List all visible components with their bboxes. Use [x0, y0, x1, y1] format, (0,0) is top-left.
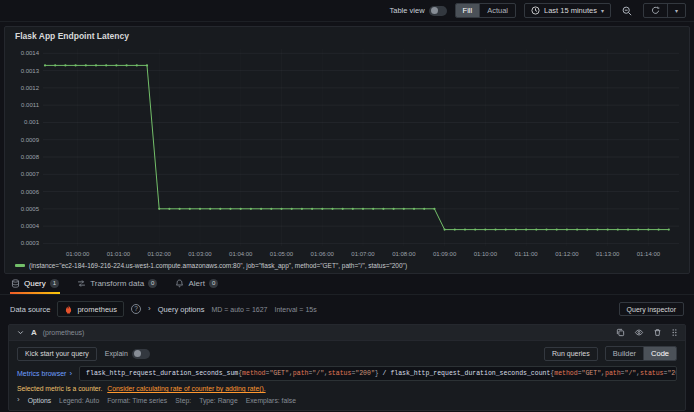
legend-item[interactable]: (instance="ec2-184-169-216-224.us-west-1…: [15, 262, 407, 269]
drag-handle-icon: [671, 328, 678, 337]
query-options-toggle[interactable]: Query options: [158, 305, 205, 314]
editor-tabs: Query 1 Transform data 0 Alert 0: [0, 274, 694, 295]
trash-icon: [653, 328, 662, 337]
query-toolbar: Kick start your query Explain Run querie…: [17, 346, 677, 361]
svg-text:0.0007: 0.0007: [21, 171, 40, 177]
refresh-interval-dropdown[interactable]: ▾: [667, 4, 685, 17]
query-inspector-button[interactable]: Query inspector: [619, 302, 684, 316]
query-editor-body: Kick start your query Explain Run querie…: [9, 341, 685, 410]
transform-icon: [77, 279, 86, 288]
svg-text:01:11:00: 01:11:00: [515, 251, 539, 257]
datasource-label: Data source: [10, 305, 50, 314]
remove-query-button[interactable]: [653, 328, 662, 337]
query-row-header[interactable]: A (prometheus): [9, 325, 685, 341]
options-step: Step:: [175, 397, 191, 404]
warning-text: Selected metric is a counter.: [17, 385, 102, 392]
tab-alert[interactable]: Alert 0: [174, 279, 219, 294]
options-row: › Options Legend: Auto Format: Time seri…: [17, 396, 677, 404]
counter-warning: Selected metric is a counter. Consider c…: [17, 385, 677, 392]
svg-text:01:08:00: 01:08:00: [392, 251, 416, 257]
database-icon: [11, 279, 20, 288]
kick-start-query-button[interactable]: Kick start your query: [17, 347, 97, 361]
explain-label: Explain: [105, 350, 128, 357]
metrics-browser-label: Metrics browser: [17, 370, 66, 377]
svg-text:0.0008: 0.0008: [21, 154, 40, 160]
clock-icon: [531, 6, 540, 15]
query-count-badge: 1: [50, 279, 59, 288]
topbar: Table view Fill Actual Last 15 minutes ▾…: [0, 0, 694, 22]
svg-text:01:05:00: 01:05:00: [270, 251, 294, 257]
duplicate-query-button[interactable]: [616, 328, 625, 337]
metrics-browser-button[interactable]: Metrics browser ›: [17, 370, 72, 378]
eye-icon: [634, 328, 644, 337]
refresh-button[interactable]: [644, 4, 667, 17]
tab-query[interactable]: Query 1: [10, 279, 60, 294]
time-series-chart[interactable]: 0.00140.00130.00120.00110.0010.00090.000…: [9, 44, 685, 260]
table-view-control: Table view: [390, 6, 447, 16]
actual-button[interactable]: Actual: [479, 4, 515, 17]
explain-toggle[interactable]: [132, 349, 150, 359]
drag-handle[interactable]: [671, 328, 678, 337]
series-label: (instance="ec2-184-169-216-224.us-west-1…: [29, 262, 407, 269]
bell-icon: [175, 279, 184, 288]
svg-text:0.0003: 0.0003: [21, 240, 40, 246]
options-exemplars: Exemplars: false: [246, 397, 296, 404]
panel-title: Flask App Endpoint Latency: [9, 30, 685, 44]
fill-button[interactable]: Fill: [456, 4, 480, 17]
tab-label: Alert: [188, 279, 204, 288]
query-datasource-hint: (prometheus): [43, 329, 85, 336]
chevron-right-icon: ›: [69, 370, 72, 378]
svg-text:01:07:00: 01:07:00: [351, 251, 375, 257]
explain-control: Explain: [105, 349, 150, 359]
datasource-picker[interactable]: prometheus: [57, 301, 124, 317]
add-rate-link[interactable]: Consider calculating rate of counter by …: [107, 385, 265, 392]
refresh-group: ▾: [643, 3, 686, 18]
tab-transform-data[interactable]: Transform data 0: [76, 279, 158, 294]
chevron-down-icon[interactable]: [16, 328, 25, 337]
fill-actual-group: Fill Actual: [455, 3, 516, 18]
svg-text:0.0012: 0.0012: [21, 85, 40, 91]
chevron-right-icon: ›: [17, 396, 20, 404]
series-color-mark: [15, 264, 25, 267]
chart-canvas: 0.00140.00130.00120.00110.0010.00090.000…: [9, 44, 685, 260]
svg-text:01:03:00: 01:03:00: [188, 251, 212, 257]
query-options-interval: Interval = 15s: [274, 306, 316, 313]
chevron-right-icon: ›: [148, 305, 151, 313]
options-type: Type: Range: [199, 397, 238, 404]
svg-text:0.0004: 0.0004: [21, 223, 40, 229]
copy-icon: [616, 328, 625, 337]
hide-response-button[interactable]: [634, 328, 644, 337]
prometheus-icon: [64, 305, 73, 314]
query-row-actions: [616, 328, 678, 337]
code-editor-row: Metrics browser › flask_http_request_dur…: [17, 366, 677, 381]
svg-text:0.001: 0.001: [24, 119, 40, 125]
svg-text:01:09:00: 01:09:00: [433, 251, 457, 257]
svg-text:0.0014: 0.0014: [21, 50, 40, 56]
query-editor-card: A (prometheus) Kick start your query Exp…: [8, 324, 686, 411]
tab-label: Query: [24, 279, 46, 288]
help-icon[interactable]: ?: [131, 304, 141, 314]
transform-count-badge: 0: [148, 279, 157, 288]
alert-count-badge: 0: [209, 279, 218, 288]
builder-code-group: Builder Code: [605, 346, 677, 361]
svg-text:01:04:00: 01:04:00: [229, 251, 253, 257]
chevron-down-icon: ▾: [601, 8, 604, 14]
code-mode-button[interactable]: Code: [643, 347, 676, 360]
promql-query[interactable]: flask_http_request_duration_seconds_sum{…: [79, 366, 677, 381]
svg-text:0.0013: 0.0013: [21, 68, 40, 74]
table-view-label: Table view: [390, 6, 425, 15]
zoom-out-icon: [622, 6, 632, 16]
svg-text:0.0011: 0.0011: [21, 102, 40, 108]
options-toggle[interactable]: Options: [28, 397, 51, 404]
tab-label: Transform data: [90, 279, 144, 288]
svg-text:0.0009: 0.0009: [21, 137, 40, 143]
query-ref-id: A: [31, 328, 37, 337]
time-range-picker[interactable]: Last 15 minutes ▾: [524, 3, 611, 18]
chart-legend: (instance="ec2-184-169-216-224.us-west-1…: [9, 260, 685, 270]
zoom-out-button[interactable]: [619, 4, 635, 18]
builder-mode-button[interactable]: Builder: [606, 347, 643, 360]
table-view-toggle[interactable]: [429, 6, 447, 16]
svg-text:01:12:00: 01:12:00: [555, 251, 579, 257]
run-queries-button[interactable]: Run queries: [544, 347, 598, 361]
svg-text:01:06:00: 01:06:00: [311, 251, 335, 257]
